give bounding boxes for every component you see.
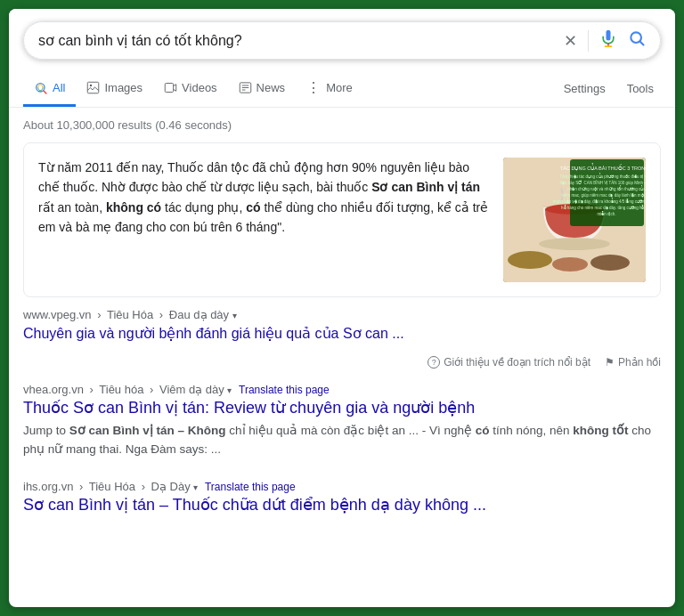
search-button[interactable]: [628, 29, 646, 52]
r1-sep2: ›: [150, 383, 153, 396]
search-input[interactable]: [38, 33, 564, 49]
svg-text:mang bảo vệ dạ dày, đặt ra kho: mang bảo vệ dạ dày, đặt ra khoảng 4/5 lắ…: [553, 198, 646, 204]
result-2-translate[interactable]: Translate this page: [205, 481, 296, 493]
r1-sep1: ›: [90, 383, 94, 396]
snippet-url-area: www.vpeg.vn › Tiêu Hóa › Đau dạ dày ▾ Ch…: [23, 304, 661, 349]
breadcrumb-sep: ›: [97, 308, 101, 321]
r2-sep2: ›: [142, 480, 145, 493]
tab-all[interactable]: All: [23, 72, 76, 107]
search-box: ✕: [23, 21, 661, 60]
snippet-image-svg: TÁC DỤNG CỦA BÀI THUỐC 3 TRONG 1 Tăng hi…: [503, 158, 646, 282]
result-2-site: ihs.org.vn: [23, 480, 73, 493]
result-2-domain: ihs.org.vn › Tiêu Hóa › Dạ Dày ▾ Transla…: [23, 480, 661, 493]
search-bar-area: ✕: [9, 9, 675, 60]
breadcrumb-sep-2: ›: [159, 308, 163, 321]
tab-images-label: Images: [104, 81, 142, 94]
svg-text:Tăng hiệu tác dụng của phương : Tăng hiệu tác dụng của phương thuốc điều…: [560, 173, 646, 179]
result-2-bc1: Tiêu Hóa: [89, 480, 135, 493]
result-1-translate[interactable]: Translate this page: [239, 384, 330, 396]
feedback-icon: ⚑: [605, 356, 615, 369]
snippet-image: TÁC DỤNG CỦA BÀI THUỐC 3 TRONG 1 Tăng hi…: [503, 158, 646, 282]
snippet-domain: www.vpeg.vn: [23, 308, 92, 321]
svg-point-16: [590, 255, 630, 271]
tab-all-label: All: [53, 81, 65, 94]
result-1-desc: Jump to Sơ can Bình vị tán – Không chỉ h…: [23, 422, 661, 458]
svg-text:miễn dịch.: miễn dịch.: [597, 211, 615, 216]
snippet-footer: ? Giới thiệu về đoạn trích nổi bật ⚑ Phả…: [23, 349, 661, 372]
tab-news-label: News: [256, 81, 286, 94]
result-1-domain: vhea.org.vn › Tiêu hóa › Viêm dạ dày ▾ T…: [23, 383, 661, 396]
svg-point-15: [552, 257, 588, 272]
svg-line-5: [44, 91, 46, 93]
svg-line-3: [640, 42, 644, 45]
more-dots-icon: ⋮: [306, 79, 322, 96]
snippet-content: Từ năm 2011 đến nay, Thuốc dân tộc đã ch…: [38, 158, 489, 282]
svg-text:hỗ hàng cho niêm mac dạ dày. t: hỗ hàng cho niêm mac dạ dày. tăng cường …: [561, 205, 646, 210]
tab-news[interactable]: News: [228, 72, 297, 106]
videos-icon: [164, 81, 177, 94]
svg-text:niêm mac, giúp niêm mac dạ dày: niêm mac, giúp niêm mac dạ dày lành lặn …: [561, 193, 646, 198]
result-item-1: vhea.org.vn › Tiêu hóa › Viêm dạ dày ▾ T…: [23, 383, 661, 462]
results-count: About 10,300,000 results (0.46 seconds): [23, 118, 661, 132]
snippet-breadcrumb-1: Tiêu Hóa: [107, 308, 153, 321]
feedback-item[interactable]: ⚑ Phản hồi: [605, 356, 661, 369]
spacer: [23, 372, 661, 383]
nav-right: Settings Tools: [557, 73, 661, 104]
result-1-site: vhea.org.vn: [23, 383, 84, 396]
settings-button[interactable]: Settings: [557, 73, 613, 104]
divider: [588, 30, 589, 52]
url-dropdown-arrow[interactable]: ▾: [232, 311, 237, 320]
tab-images[interactable]: Images: [76, 72, 153, 106]
result-1-bc1: Tiêu hóa: [99, 383, 143, 396]
search-icons: ✕: [564, 29, 646, 52]
tab-more-label: More: [326, 81, 353, 94]
nav-tabs: All Images Videos News: [9, 67, 675, 108]
images-icon: [86, 81, 100, 94]
tools-button[interactable]: Tools: [620, 73, 661, 104]
browser-window: ✕: [9, 9, 675, 607]
results-area: About 10,300,000 results (0.46 seconds) …: [9, 108, 675, 555]
r2-dropdown-arrow[interactable]: ▾: [193, 482, 198, 492]
svg-text:đạo dày SƠ CAN BÌNH VỊ TÁN 100: đạo dày SƠ CAN BÌNH VỊ TÁN 100 giúp Minh…: [560, 180, 646, 185]
r2-sep1: ›: [79, 480, 83, 493]
about-snippet-label: Giới thiệu về đoạn trích nổi bật: [444, 356, 590, 369]
tab-more[interactable]: ⋮ More: [296, 70, 363, 108]
mic-icon[interactable]: [599, 29, 617, 52]
news-icon: [239, 81, 252, 94]
svg-rect-8: [165, 84, 173, 93]
svg-point-14: [508, 251, 552, 269]
snippet-url: www.vpeg.vn › Tiêu Hóa › Đau dạ dày ▾: [23, 308, 661, 321]
about-snippet-item[interactable]: ? Giới thiệu về đoạn trích nổi bật: [428, 356, 590, 369]
snippet-link[interactable]: Chuyên gia và người bệnh đánh giá hiệu q…: [23, 325, 661, 342]
about-icon: ?: [428, 356, 440, 369]
snippet-breadcrumb-2: Đau dạ dày: [169, 308, 229, 321]
feedback-label: Phản hồi: [618, 356, 661, 369]
r1-dropdown-arrow[interactable]: ▾: [227, 385, 232, 395]
clear-icon[interactable]: ✕: [564, 31, 577, 51]
tab-videos-label: Videos: [182, 81, 217, 94]
featured-snippet: Từ năm 2011 đến nay, Thuốc dân tộc đã ch…: [23, 142, 661, 297]
svg-rect-6: [88, 82, 100, 93]
tab-videos[interactable]: Videos: [153, 72, 228, 106]
result-2-title[interactable]: Sơ can Bình vị tán – Thuốc chữa dứt điểm…: [23, 495, 661, 515]
svg-text:nhận chứng ruột và những tổn t: nhận chứng ruột và những tổn thương của: [567, 185, 646, 191]
all-icon: [34, 81, 48, 95]
svg-point-7: [90, 85, 93, 87]
svg-point-18: [539, 238, 610, 250]
snippet-text: Từ năm 2011 đến nay, Thuốc dân tộc đã ch…: [38, 158, 489, 238]
result-item-2: ihs.org.vn › Tiêu Hóa › Dạ Dày ▾ Transla…: [23, 480, 661, 523]
result-2-bc2: Dạ Dày: [151, 480, 191, 493]
result-1-bc2: Viêm dạ dày: [159, 383, 224, 396]
result-1-title[interactable]: Thuốc Sơ can Bình vị tán: Review từ chuy…: [23, 398, 661, 418]
